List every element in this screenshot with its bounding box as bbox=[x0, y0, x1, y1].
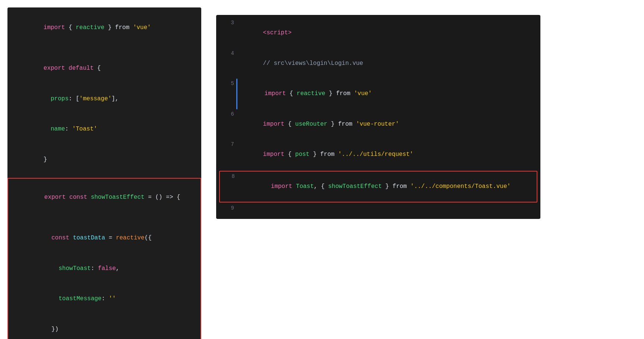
right-code-line-7: 7 import { post } from '../../utils/requ… bbox=[216, 139, 540, 170]
code-line-blank bbox=[7, 43, 201, 53]
code-line-7: export const showToastEffect = () => { bbox=[8, 182, 201, 213]
left-code-panel: import { reactive } from 'vue' export de… bbox=[7, 7, 201, 339]
code-line-10: showToast: false, bbox=[8, 253, 201, 284]
right-code-line-3: 3 <script> bbox=[216, 18, 540, 48]
right-code-line-8-highlight: 8 import Toast, { showToastEffect } from… bbox=[219, 171, 537, 203]
right-code-line-5: 5 import { reactive } from 'vue' bbox=[216, 79, 540, 109]
right-code-line-8: 8 import Toast, { showToastEffect } from… bbox=[220, 172, 537, 202]
code-line-11: toastMessage: '' bbox=[8, 284, 201, 314]
left-top-section: import { reactive } from 'vue' export de… bbox=[7, 7, 201, 178]
code-line-4: props: ['message'], bbox=[7, 84, 201, 114]
right-code-line-4: 4 // src\views\login\Login.vue bbox=[216, 48, 540, 79]
right-code-line-6: 6 import { useRouter } from 'vue-router' bbox=[216, 109, 540, 140]
code-line-9: const toastData = reactive({ bbox=[8, 223, 201, 254]
blue-bar bbox=[236, 79, 237, 109]
code-line-12: }) bbox=[8, 314, 201, 339]
code-line-blank2 bbox=[8, 213, 201, 223]
code-line-5: name: 'Toast' bbox=[7, 114, 201, 145]
left-bottom-section: export const showToastEffect = () => { c… bbox=[7, 178, 201, 339]
right-code-panel: 3 <script> 4 // src\views\login\Login.vu… bbox=[216, 15, 540, 219]
code-line-1: import { reactive } from 'vue' bbox=[7, 13, 201, 43]
code-line-6: } bbox=[7, 144, 201, 175]
code-line-3: export default { bbox=[7, 53, 201, 84]
right-code-line-9: 9 bbox=[216, 203, 540, 213]
